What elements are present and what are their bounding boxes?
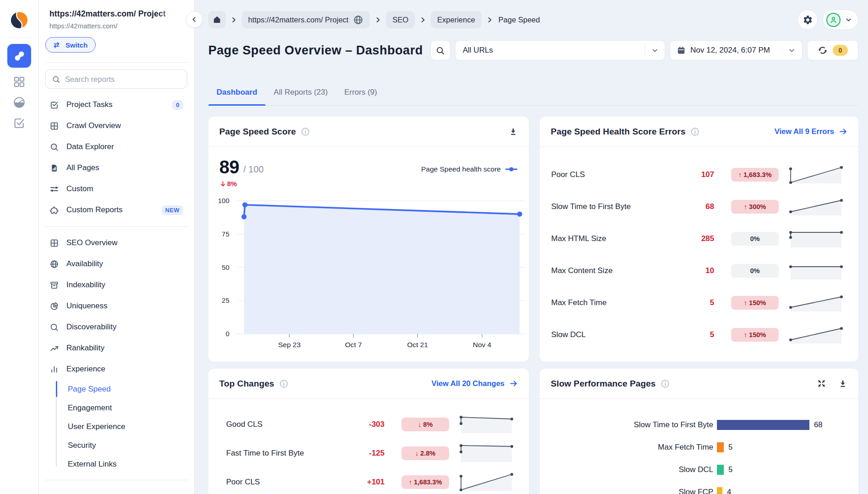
download-icon[interactable] xyxy=(838,379,847,388)
sidebar-subitem-user-experience[interactable]: User Experience xyxy=(68,417,187,436)
reports-search[interactable] xyxy=(45,70,187,89)
refresh-button[interactable]: 0 xyxy=(807,40,858,60)
bar-value: 4 xyxy=(727,488,731,494)
topbar: https://42matters.com/ ProjectSEOExperie… xyxy=(208,10,858,30)
sidebar-subitem-page-speed[interactable]: Page Speed xyxy=(68,380,187,398)
card-header: Page Speed Score xyxy=(208,117,529,147)
sidebar-subitem-external-links[interactable]: External Links xyxy=(68,455,187,473)
sidebar-item-all-pages[interactable]: All Pages xyxy=(45,157,187,178)
sparkline xyxy=(788,228,844,249)
bar-row[interactable]: Slow DCL 5 xyxy=(540,458,858,481)
date-range-value: Nov 12, 2024, 6:07 PM xyxy=(690,46,783,55)
switch-project-button[interactable]: Switch xyxy=(45,37,96,53)
arrow-right-icon xyxy=(839,127,847,136)
sidebar-item-experience[interactable]: Experience xyxy=(45,359,187,380)
card-header: Page Speed Health Score Errors View All … xyxy=(540,117,858,147)
sidebar-item-label: Custom Reports xyxy=(66,205,123,215)
rail-apps-grid-icon[interactable] xyxy=(11,74,27,90)
date-range-picker[interactable]: Nov 12, 2024, 6:07 PM xyxy=(670,40,803,60)
tab-errors-9-[interactable]: Errors (9) xyxy=(336,82,385,105)
search-o-icon xyxy=(49,322,59,332)
bar-row[interactable]: Slow FCP 4 xyxy=(540,481,858,494)
download-icon[interactable] xyxy=(509,127,518,136)
sidebar-item-label: All Pages xyxy=(66,163,99,172)
info-icon[interactable] xyxy=(661,379,670,388)
error-row[interactable]: Max HTML Size 285 0% xyxy=(540,223,858,255)
bars-icon xyxy=(49,365,59,374)
sidebar-subitem-engagement[interactable]: Engagement xyxy=(68,398,187,417)
sidebar-subitem-security[interactable]: Security xyxy=(68,436,187,455)
sidebar-item-custom[interactable]: Custom xyxy=(45,178,187,199)
breadcrumb-project[interactable]: https://42matters.com/ Project xyxy=(242,11,370,28)
bar-row[interactable]: Max Fetch Time 5 xyxy=(540,436,858,458)
avatar xyxy=(826,13,841,27)
performance-bars: Slow Time to First Byte 68 Max Fetch Tim… xyxy=(540,399,858,494)
breadcrumb-home-button[interactable] xyxy=(208,11,226,28)
change-row[interactable]: Poor CLS +101 ↑ 1,683.3% xyxy=(208,467,529,494)
change-row[interactable]: Good CLS -303 ↓ 8% xyxy=(208,410,529,439)
project-header: https://42matters.com/ Project https://4… xyxy=(45,9,187,53)
primary-nav: Project Tasks0 Crawl Overview Data Explo… xyxy=(45,94,187,220)
tab-dashboard[interactable]: Dashboard xyxy=(208,82,266,105)
error-rows: Poor CLS 107 ↑ 1,683.3% Slow Time to Fir… xyxy=(540,147,858,351)
expand-icon[interactable] xyxy=(817,379,826,388)
metric-label: Max Fetch Time xyxy=(551,298,685,307)
view-all-errors-link[interactable]: View All 9 Errors xyxy=(775,127,847,136)
account-menu[interactable] xyxy=(823,10,858,30)
bar-zone: 68 xyxy=(717,420,858,430)
bar-row[interactable]: Slow Time to First Byte 68 xyxy=(540,413,858,436)
info-icon[interactable] xyxy=(690,127,700,136)
error-row[interactable]: Max Fetch Time 5 ↑ 150% xyxy=(540,287,858,319)
sparkline xyxy=(788,260,844,281)
sidebar-item-seo-overview[interactable]: SEO Overview xyxy=(45,232,187,253)
tab-all-reports-23-[interactable]: All Reports (23) xyxy=(266,82,336,105)
card-title: Slow Performance Pages xyxy=(551,379,656,389)
sidebar-item-label: Experience xyxy=(66,365,105,374)
grid-icon xyxy=(49,121,59,131)
sparkline xyxy=(459,414,514,435)
title-search-button[interactable] xyxy=(430,40,450,60)
metric-label: Fast Time to First Byte xyxy=(226,449,355,458)
svg-text:Nov 4: Nov 4 xyxy=(473,341,492,349)
sidebar-item-discoverability[interactable]: Discoverability xyxy=(45,317,187,338)
breadcrumb: https://42matters.com/ ProjectSEOExperie… xyxy=(208,11,541,28)
chevron-right-icon xyxy=(486,16,494,24)
breadcrumb-item[interactable]: Experience xyxy=(431,11,482,28)
sidebar-item-project-tasks[interactable]: Project Tasks0 xyxy=(45,94,187,115)
gear-icon xyxy=(803,15,813,25)
sidebar-item-custom-reports[interactable]: Custom ReportsNEW xyxy=(45,199,187,220)
switch-arrows-icon xyxy=(52,41,61,49)
sidebar-item-availability[interactable]: Availability xyxy=(45,253,187,274)
breadcrumb-project-label: https://42matters.com/ Project xyxy=(248,16,348,24)
search-reports-input[interactable] xyxy=(65,75,181,84)
cards-grid: Page Speed Score xyxy=(208,117,858,494)
bar-value: 5 xyxy=(728,465,732,474)
info-icon[interactable] xyxy=(279,379,288,388)
sparkline xyxy=(788,292,844,313)
sidebar-item-indexability[interactable]: Indexability xyxy=(45,274,187,295)
error-row[interactable]: Max Content Size 10 0% xyxy=(540,255,858,287)
sliders-icon xyxy=(49,184,59,194)
rail-tasks-check-icon[interactable] xyxy=(11,115,27,131)
settings-button[interactable] xyxy=(797,10,818,30)
svg-text:50: 50 xyxy=(222,263,229,271)
error-row[interactable]: Slow Time to First Byte 68 ↑ 300% xyxy=(540,191,858,223)
error-row[interactable]: Slow DCL 5 ↑ 150% xyxy=(540,319,858,351)
sync-icon xyxy=(818,45,828,55)
sidebar-item-uniqueness[interactable]: Uniqueness xyxy=(45,295,187,317)
sidebar-collapse-button[interactable] xyxy=(186,11,203,28)
sitechecker-logo-icon[interactable] xyxy=(10,11,29,30)
change-row[interactable]: Fast Time to First Byte -125 ↓ 2.8% xyxy=(208,439,529,467)
sidebar-item-crawl-overview[interactable]: Crawl Overview xyxy=(45,115,187,136)
info-icon[interactable] xyxy=(301,127,310,136)
metric-value: 5 xyxy=(685,330,714,339)
sidebar-item-rankability[interactable]: Rankability xyxy=(45,338,187,359)
url-filter-select[interactable]: All URLs xyxy=(455,40,665,60)
rail-reports-tile[interactable] xyxy=(7,44,31,68)
view-all-changes-link[interactable]: View All 20 Changes xyxy=(431,379,518,388)
breadcrumb-item[interactable]: SEO xyxy=(386,11,415,28)
rail-gauge-icon[interactable] xyxy=(11,94,27,111)
metric-value: -303 xyxy=(355,420,385,429)
error-row[interactable]: Poor CLS 107 ↑ 1,683.3% xyxy=(540,159,858,191)
sidebar-item-data-explorer[interactable]: Data Explorer xyxy=(45,136,187,157)
